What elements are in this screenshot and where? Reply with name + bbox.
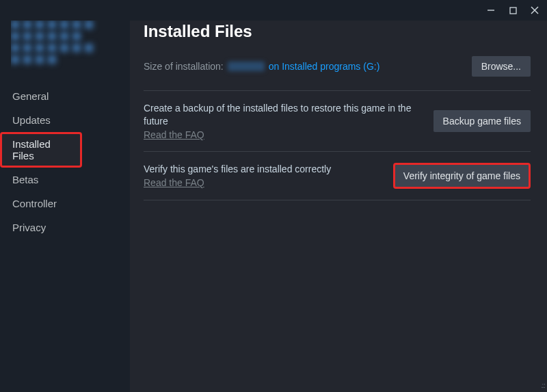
divider — [144, 200, 531, 200]
sidebar-item-updates[interactable]: Updates — [0, 108, 130, 132]
backup-desc: Create a backup of the installed files t… — [144, 102, 423, 128]
verify-integrity-button[interactable]: Verify integrity of game files — [393, 163, 531, 189]
minimize-button[interactable] — [485, 5, 496, 16]
page-title: Installed Files — [144, 22, 531, 41]
backup-faq-link[interactable]: Read the FAQ — [144, 129, 204, 140]
sidebar-item-general[interactable]: General — [0, 84, 130, 108]
browse-button[interactable]: Browse... — [472, 56, 531, 77]
sidebar-item-controller[interactable]: Controller — [0, 192, 130, 215]
verify-row: Verify this game's files are installed c… — [144, 163, 531, 189]
sidebar: General Updates Installed Files Betas Co… — [0, 21, 130, 392]
divider — [144, 90, 531, 91]
install-size-value — [228, 62, 265, 71]
divider — [144, 151, 531, 152]
sidebar-item-privacy[interactable]: Privacy — [0, 215, 130, 239]
install-drive-link[interactable]: on Installed programs (G:) — [269, 61, 380, 72]
close-button[interactable] — [529, 5, 540, 16]
maximize-button[interactable] — [507, 5, 518, 16]
backup-button[interactable]: Backup game files — [433, 110, 531, 132]
verify-faq-link[interactable]: Read the FAQ — [144, 177, 204, 188]
sidebar-item-installed-files[interactable]: Installed Files — [0, 132, 82, 168]
resize-grip-icon: .: .:: — [541, 382, 544, 389]
verify-desc: Verify this game's files are installed c… — [144, 163, 382, 176]
install-size-row: Size of installation: on Installed progr… — [144, 56, 531, 77]
window-controls — [0, 0, 547, 21]
main-panel: Installed Files Size of installation: on… — [130, 21, 547, 392]
install-size-label: Size of installation: — [144, 61, 224, 72]
backup-row: Create a backup of the installed files t… — [144, 102, 531, 140]
game-logo — [11, 21, 114, 72]
svg-rect-1 — [510, 8, 516, 14]
sidebar-item-betas[interactable]: Betas — [0, 168, 130, 192]
